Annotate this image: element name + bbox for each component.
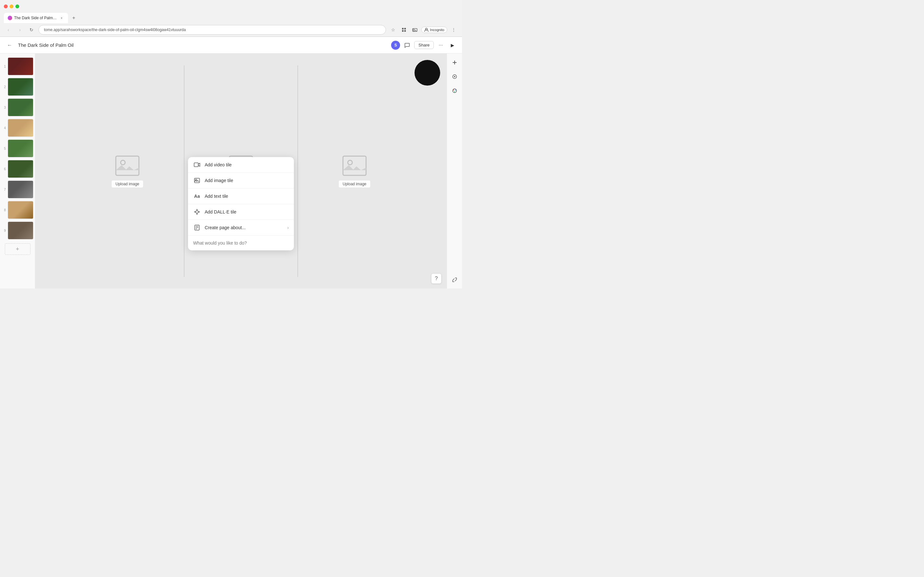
new-tab-button[interactable]: +	[69, 13, 78, 23]
extensions-button[interactable]	[399, 25, 409, 34]
svg-point-7	[121, 160, 125, 165]
tabs-bar: The Dark Side of Palm Oil × +	[0, 13, 462, 23]
expand-tool-button[interactable]	[449, 275, 460, 285]
tab-favicon	[8, 16, 12, 20]
window-close-button[interactable]	[4, 5, 8, 8]
right-tools	[447, 53, 462, 288]
window-maximize-button[interactable]	[15, 5, 19, 8]
main-content: 1 2 3 4	[0, 53, 462, 288]
svg-point-24	[453, 90, 454, 91]
slide-4-row: 4	[0, 119, 35, 137]
help-button[interactable]: ?	[431, 274, 441, 284]
browser-actions: ☆	[389, 25, 458, 34]
add-image-icon	[193, 177, 201, 184]
svg-rect-10	[343, 156, 366, 175]
active-tab[interactable]: The Dark Side of Palm Oil ×	[4, 13, 68, 23]
slide-1-number: 1	[3, 65, 6, 68]
back-button[interactable]: ←	[5, 41, 14, 50]
slide-8-thumbnail[interactable]	[8, 201, 33, 219]
add-video-label: Add video tile	[205, 162, 289, 167]
svg-rect-13	[194, 178, 200, 183]
slide-7-number: 7	[3, 188, 6, 191]
slide-6-number: 6	[3, 167, 6, 171]
slide-9-thumbnail[interactable]	[8, 221, 33, 239]
create-page-icon	[193, 224, 201, 231]
canvas-area: Upload image Upload image	[35, 53, 447, 288]
image-tile-1: Upload image	[71, 65, 184, 277]
svg-point-25	[455, 90, 456, 91]
address-bar[interactable]: tome.app/sarahsworkspace/the-dark-side-o…	[39, 25, 386, 35]
app-container: ← The Dark Side of Palm Oil S Share ··· …	[0, 37, 462, 288]
forward-nav-button[interactable]: ›	[15, 25, 24, 34]
slide-1-thumbnail[interactable]	[8, 57, 33, 75]
svg-rect-2	[402, 30, 404, 32]
add-video-icon	[193, 161, 201, 169]
slide-4-number: 4	[3, 126, 6, 130]
palette-tool-button[interactable]	[449, 85, 460, 96]
upload-label-3[interactable]: Upload image	[339, 181, 370, 187]
play-button[interactable]: ▶	[448, 41, 457, 50]
slide-5-row: 5	[0, 139, 35, 157]
slide-3-thumbnail[interactable]	[8, 98, 33, 116]
comment-button[interactable]	[403, 41, 412, 50]
svg-point-11	[348, 160, 352, 165]
target-tool-button[interactable]	[449, 71, 460, 82]
context-menu-input[interactable]	[193, 240, 289, 245]
slide-3-number: 3	[3, 106, 6, 109]
image-tile-3: Upload image	[298, 65, 411, 277]
slide-6-thumbnail[interactable]	[8, 160, 33, 178]
slide-4-thumbnail[interactable]	[8, 119, 33, 137]
app-title: The Dark Side of Palm Oil	[18, 42, 387, 48]
slides-sidebar: 1 2 3 4	[0, 53, 35, 288]
image-placeholder-icon-1	[115, 155, 140, 177]
window-minimize-button[interactable]	[10, 5, 13, 8]
create-page-label: Create page about...	[205, 225, 283, 230]
svg-point-22	[454, 76, 455, 77]
title-bar	[0, 0, 462, 13]
url-text: tome.app/sarahsworkspace/the-dark-side-o…	[44, 27, 186, 32]
browser-more-button[interactable]: ⋮	[449, 25, 458, 34]
tab-close-button[interactable]: ×	[59, 15, 64, 21]
slide-6-row: 6	[0, 160, 35, 178]
create-page-item[interactable]: Create page about... ›	[188, 220, 294, 235]
svg-rect-1	[404, 28, 406, 29]
add-dalle-label: Add DALL·E tile	[205, 210, 289, 214]
upload-label-1[interactable]: Upload image	[111, 181, 143, 187]
tab-title: The Dark Side of Palm Oil	[14, 16, 57, 20]
slide-5-number: 5	[3, 147, 6, 150]
add-image-tile-item[interactable]: Add image tile	[188, 173, 294, 188]
svg-rect-12	[194, 163, 198, 167]
slide-7-thumbnail[interactable]	[8, 181, 33, 198]
add-text-tile-item[interactable]: Aa Add text tile	[188, 189, 294, 204]
slide-8-number: 8	[3, 208, 6, 212]
add-tool-button[interactable]	[449, 57, 460, 68]
more-options-button[interactable]: ···	[436, 41, 445, 50]
bookmark-button[interactable]: ☆	[389, 25, 397, 34]
svg-rect-6	[116, 156, 139, 175]
add-dalle-tile-item[interactable]: Add DALL·E tile	[188, 204, 294, 219]
slide-3-row: 3	[0, 98, 35, 116]
menu-input-area	[188, 235, 294, 250]
svg-rect-3	[404, 30, 406, 32]
cast-button[interactable]	[410, 25, 419, 34]
bottom-right-actions: ?	[431, 274, 441, 284]
add-slide-button[interactable]: +	[5, 243, 31, 255]
back-nav-button[interactable]: ‹	[4, 25, 13, 34]
refresh-nav-button[interactable]: ↻	[27, 25, 36, 34]
user-avatar: S	[391, 41, 400, 50]
image-placeholder-icon-3	[342, 155, 367, 177]
share-button[interactable]: Share	[414, 41, 434, 49]
slide-2-number: 2	[3, 85, 6, 89]
slide-2-thumbnail[interactable]	[8, 78, 33, 96]
slide-1-row: 1	[0, 57, 35, 75]
svg-rect-0	[402, 28, 404, 29]
window-controls	[4, 5, 19, 8]
slide-9-row: 9	[0, 221, 35, 239]
add-video-tile-item[interactable]: Add video tile	[188, 157, 294, 172]
create-page-arrow: ›	[287, 225, 289, 230]
incognito-label: Incognito	[430, 28, 444, 32]
add-text-label: Add text tile	[205, 193, 289, 199]
add-dalle-icon	[193, 208, 201, 216]
slide-5-thumbnail[interactable]	[8, 139, 33, 157]
add-image-label: Add image tile	[205, 178, 289, 183]
